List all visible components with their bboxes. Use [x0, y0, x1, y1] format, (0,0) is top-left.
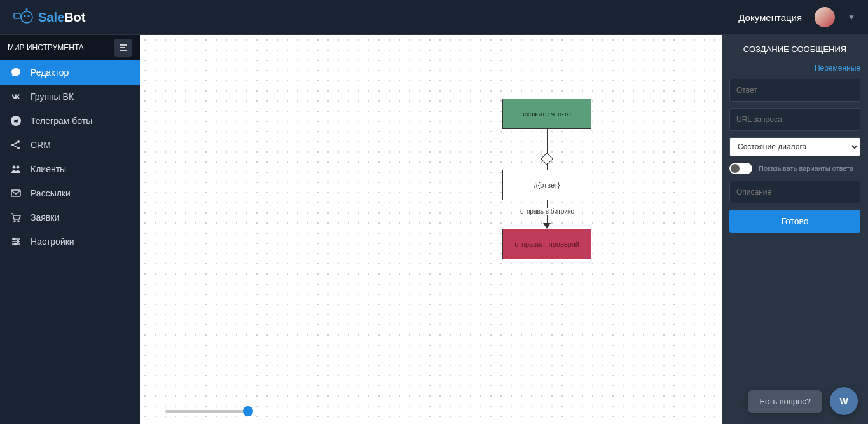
sidebar-item-label: Настройки [31, 236, 74, 247]
sidebar-item-label: Клиенты [31, 164, 66, 174]
cart-icon [10, 212, 22, 223]
chat-icon [10, 67, 22, 78]
zoom-thumb[interactable] [243, 406, 253, 416]
sidebar-item-label: CRM [31, 140, 51, 150]
arrow-icon [543, 223, 551, 229]
sidebar: МИР ИНСТРУМЕНТА Редактор Группы ВК Телег… [0, 35, 140, 424]
sidebar-item-clients[interactable]: Клиенты [0, 157, 140, 181]
logo-icon [13, 8, 33, 26]
done-button[interactable]: Готово [729, 210, 860, 233]
vk-icon [10, 91, 22, 102]
panel-title: СОЗДАНИЕ СООБЩЕНИЯ [729, 44, 860, 54]
header-right: Документация ▼ [738, 7, 855, 27]
sidebar-item-label: Заявки [31, 212, 59, 222]
sidebar-item-label: Телеграм боты [31, 116, 92, 126]
svg-point-1 [21, 11, 32, 23]
logo-text: SaleBot [38, 10, 85, 25]
sliders-icon [10, 236, 22, 247]
envelope-icon [10, 188, 22, 199]
sidebar-item-telegram[interactable]: Телеграм боты [0, 109, 140, 133]
url-input[interactable] [729, 108, 860, 131]
sidebar-header: МИР ИНСТРУМЕНТА [0, 35, 140, 60]
sidebar-item-label: Редактор [31, 67, 69, 78]
sidebar-item-crm[interactable]: CRM [0, 133, 140, 157]
chevron-down-icon[interactable]: ▼ [848, 13, 855, 22]
node-end[interactable]: отправил, проверяй [502, 229, 591, 259]
edge-line [547, 163, 548, 170]
sidebar-item-label: Группы ВК [31, 92, 74, 102]
svg-point-11 [17, 166, 20, 169]
svg-point-2 [24, 15, 26, 17]
zoom-slider[interactable] [165, 410, 248, 413]
vk-widget-icon[interactable]: W [830, 387, 858, 415]
collapse-button[interactable] [114, 39, 132, 57]
show-variants-label: Показывать варианты ответа [759, 165, 853, 172]
svg-point-5 [26, 8, 28, 10]
svg-point-3 [28, 15, 30, 17]
sidebar-item-settings[interactable]: Настройки [0, 229, 140, 254]
node-start[interactable]: скажите что-то [502, 99, 591, 129]
sidebar-item-orders[interactable]: Заявки [0, 205, 140, 229]
users-icon [10, 163, 22, 175]
svg-point-10 [13, 166, 16, 169]
node-answer[interactable]: #{ответ} [502, 170, 591, 200]
svg-point-16 [17, 241, 19, 243]
header: SaleBot Документация ▼ [0, 0, 868, 35]
answer-input[interactable] [729, 79, 860, 102]
canvas[interactable]: отправь в битрикс скажите что-то #{ответ… [140, 35, 722, 424]
documentation-link[interactable]: Документация [738, 12, 802, 23]
sidebar-item-mailings[interactable]: Рассылки [0, 181, 140, 205]
chat-widget[interactable]: Есть вопрос? [748, 390, 822, 413]
svg-rect-0 [14, 13, 20, 18]
main: МИР ИНСТРУМЕНТА Редактор Группы ВК Телег… [0, 35, 868, 424]
avatar[interactable] [815, 7, 835, 27]
share-icon [10, 139, 22, 151]
sidebar-item-vk-groups[interactable]: Группы ВК [0, 85, 140, 109]
dialog-state-select[interactable]: Состояние диалога [729, 137, 860, 156]
edge-label[interactable]: отправь в битрикс [518, 208, 575, 215]
show-variants-toggle[interactable] [729, 163, 752, 174]
right-panel: СОЗДАНИЕ СООБЩЕНИЯ Переменные Состояние … [722, 35, 868, 424]
show-variants-row: Показывать варианты ответа [729, 163, 860, 174]
svg-point-17 [15, 243, 17, 245]
telegram-icon [10, 115, 22, 127]
variables-link[interactable]: Переменные [729, 64, 860, 72]
sidebar-item-label: Рассылки [31, 188, 71, 198]
sidebar-item-editor[interactable]: Редактор [0, 60, 140, 85]
toggle-knob [731, 164, 740, 173]
description-input[interactable] [729, 181, 860, 203]
svg-point-14 [18, 221, 19, 222]
edge-line [547, 129, 548, 154]
logo[interactable]: SaleBot [13, 8, 85, 26]
svg-point-15 [13, 238, 15, 240]
svg-point-13 [14, 221, 15, 222]
project-name: МИР ИНСТРУМЕНТА [8, 43, 84, 52]
svg-rect-12 [11, 190, 20, 196]
